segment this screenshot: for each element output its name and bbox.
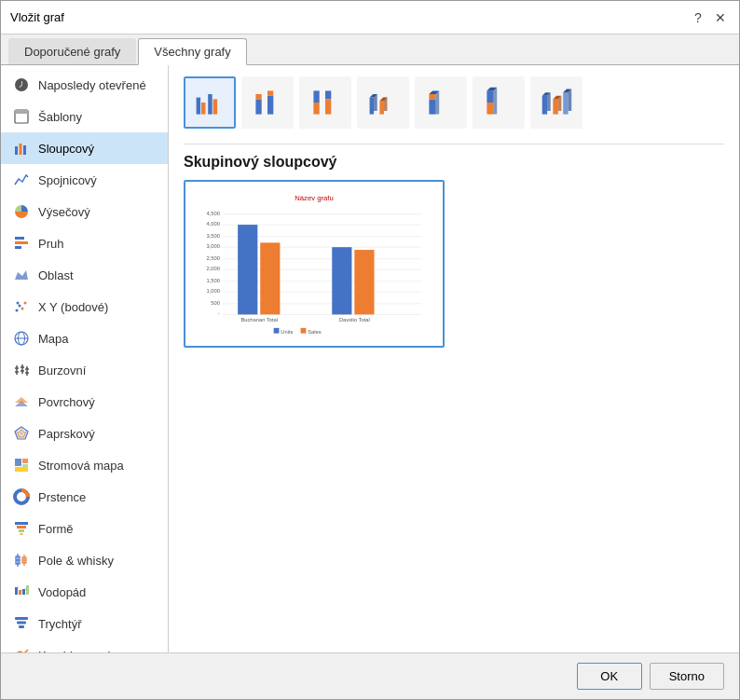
line-icon <box>12 171 31 189</box>
chart-type-3d-nakupeny[interactable] <box>415 76 467 129</box>
donut-icon <box>12 487 31 506</box>
sidebar-item-povrchovy[interactable]: Povrchový <box>1 386 168 418</box>
svg-text:Název grafu: Název grafu <box>295 194 333 202</box>
waterfall-icon <box>12 583 31 601</box>
sidebar-item-vysecovy[interactable]: Výsečový <box>1 196 168 227</box>
chart-type-3d-100-nakupeny[interactable] <box>473 76 525 129</box>
sidebar-label-vodopad: Vodopád <box>38 585 86 599</box>
svg-rect-126 <box>301 328 307 334</box>
title-bar-left: Vložit graf <box>10 10 64 24</box>
tab-doporucene[interactable]: Doporučené grafy <box>8 38 136 64</box>
sidebar-item-burzovni[interactable]: Burzovní <box>1 354 168 386</box>
sidebar-item-pole-whisky[interactable]: Pole & whisky <box>1 544 168 576</box>
svg-rect-119 <box>260 242 280 314</box>
sidebar-item-stromova-mapa[interactable]: Stromová mapa <box>1 449 168 481</box>
sidebar-label-vysecovy: Výsečový <box>38 205 90 219</box>
svg-rect-68 <box>267 96 273 115</box>
chart-types-row <box>184 76 724 129</box>
ok-button[interactable]: OK <box>577 663 642 690</box>
cancel-button[interactable]: Storno <box>650 663 724 690</box>
svg-rect-66 <box>255 99 261 114</box>
svg-marker-76 <box>374 94 377 111</box>
sidebar-item-spojnicovy[interactable]: Spojnicový <box>1 164 168 196</box>
sidebar-item-trychtyr[interactable]: Trychtýř <box>1 608 168 639</box>
chart-type-3d-skupinovy[interactable] <box>357 76 409 129</box>
svg-rect-57 <box>17 622 26 625</box>
sidebar-item-paprskovy[interactable]: Paprskový <box>1 418 168 449</box>
sidebar: Naposledy otevřené Šablony <box>1 65 169 652</box>
svg-text:-: - <box>218 310 220 316</box>
sidebar-item-forme[interactable]: Formě <box>1 513 168 544</box>
svg-text:Davolio Total: Davolio Total <box>339 317 370 323</box>
tab-vsechny[interactable]: Všechny grafy <box>138 38 246 65</box>
area-icon <box>12 266 31 284</box>
sidebar-item-prstence[interactable]: Prstence <box>1 481 168 513</box>
template-icon <box>12 107 31 126</box>
sidebar-item-xy-bodove[interactable]: X Y (bodové) <box>1 291 168 323</box>
svg-rect-8 <box>15 246 21 249</box>
svg-marker-83 <box>436 90 440 114</box>
svg-rect-73 <box>325 99 331 114</box>
sidebar-label-naposledy: Naposledy otevřené <box>38 78 146 92</box>
svg-rect-51 <box>22 589 25 595</box>
svg-rect-6 <box>15 237 24 240</box>
svg-rect-36 <box>22 464 28 467</box>
svg-rect-91 <box>553 99 557 114</box>
svg-text:2,000: 2,000 <box>206 266 219 271</box>
sidebar-item-vodopad[interactable]: Vodopád <box>1 576 168 608</box>
sidebar-item-sloupcovy[interactable]: Sloupcový <box>1 132 168 164</box>
svg-rect-118 <box>238 225 257 314</box>
svg-rect-71 <box>313 103 319 115</box>
column-icon <box>12 139 31 158</box>
svg-marker-96 <box>569 89 572 111</box>
preview-chart: Název grafu 4,500 4,000 3,500 3,000 2,50… <box>193 189 435 338</box>
svg-rect-65 <box>213 99 218 114</box>
chart-type-skupinovy[interactable] <box>184 76 236 129</box>
sidebar-label-forme: Formě <box>38 522 74 536</box>
svg-point-11 <box>19 305 21 308</box>
svg-rect-35 <box>22 459 28 463</box>
scatter-icon <box>12 297 31 316</box>
svg-text:1,000: 1,000 <box>206 288 219 294</box>
main-content: Naposledy otevřené Šablony <box>1 65 739 652</box>
sidebar-item-kombinovany[interactable]: Kombinovaný <box>1 639 168 652</box>
svg-rect-4 <box>23 145 26 155</box>
help-button[interactable]: ? <box>689 8 707 27</box>
svg-rect-88 <box>542 96 547 115</box>
chart-type-3d-sloupcovy[interactable] <box>530 76 582 129</box>
svg-rect-39 <box>15 522 28 525</box>
sidebar-item-sablony[interactable]: Šablony <box>1 101 168 132</box>
svg-marker-79 <box>384 98 388 111</box>
sidebar-item-oblast[interactable]: Oblast <box>1 259 168 291</box>
sidebar-item-naposledy[interactable]: Naposledy otevřené <box>1 69 168 101</box>
chart-type-nakupeny[interactable] <box>241 76 294 129</box>
svg-rect-2 <box>15 146 18 155</box>
svg-rect-69 <box>267 90 273 95</box>
svg-rect-58 <box>19 625 24 628</box>
funnel2-icon <box>12 614 31 633</box>
svg-rect-37 <box>15 467 28 472</box>
sidebar-item-mapa[interactable]: Mapa <box>1 323 168 354</box>
svg-rect-85 <box>486 103 493 115</box>
svg-rect-70 <box>313 90 319 103</box>
svg-point-12 <box>21 308 24 310</box>
chart-type-100-nakupeny[interactable] <box>299 76 351 129</box>
svg-point-14 <box>17 302 20 305</box>
svg-text:1,500: 1,500 <box>206 278 219 283</box>
sidebar-label-pole-whisky: Pole & whisky <box>38 554 114 568</box>
svg-rect-94 <box>563 92 568 114</box>
close-button[interactable]: ✕ <box>711 8 730 27</box>
dialog: Vložit graf ? ✕ Doporučené grafy Všechny… <box>0 0 740 700</box>
svg-rect-67 <box>255 94 261 99</box>
chart-section-title: Skupinový sloupcový <box>184 154 724 171</box>
sidebar-label-spojnicovy: Spojnicový <box>38 173 97 187</box>
svg-rect-7 <box>15 241 28 244</box>
sidebar-item-pruh[interactable]: Pruh <box>1 227 168 259</box>
svg-text:4,500: 4,500 <box>206 211 219 216</box>
dialog-title: Vložit graf <box>10 10 64 24</box>
bar-icon <box>12 234 31 253</box>
svg-rect-64 <box>208 94 212 115</box>
svg-rect-34 <box>15 459 21 466</box>
sidebar-label-trychtyr: Trychtýř <box>38 617 81 631</box>
sidebar-label-oblast: Oblast <box>38 268 74 282</box>
